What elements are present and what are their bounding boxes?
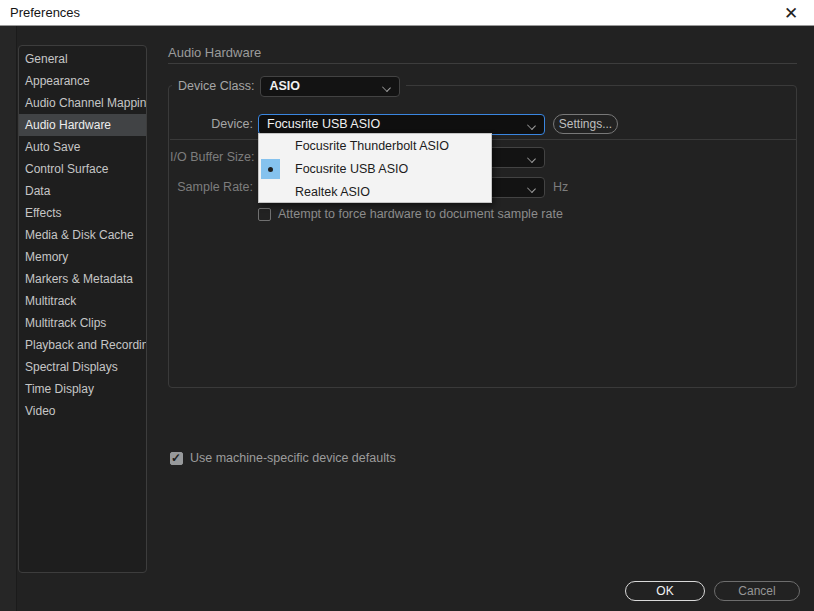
sidebar-item-label: Audio Hardware [25,118,111,132]
chevron-down-icon [528,185,535,192]
bullet-icon [268,167,273,172]
dialog-title: Preferences [10,5,80,20]
sidebar-item[interactable]: Audio Channel Mapping [19,92,146,114]
io-buffer-size-label: I/O Buffer Size: [170,147,253,168]
selected-option-marker [261,182,280,202]
dialog-titlebar: Preferences ✕ [0,0,814,26]
sidebar-item[interactable]: Data [19,180,146,202]
cancel-button[interactable]: Cancel [714,581,800,601]
page-title: Audio Hardware [168,45,261,60]
sidebar-item-label: Audio Channel Mapping [25,96,147,110]
sidebar-item[interactable]: Video [19,400,146,422]
sidebar-item-label: Memory [25,250,68,264]
machine-defaults-row: ✓ Use machine-specific device defaults [170,451,396,465]
sample-rate-label: Sample Rate: [170,177,253,198]
chevron-down-icon [528,122,535,129]
sidebar-item-label: Control Surface [25,162,108,176]
sidebar-item-label: Spectral Displays [25,360,118,374]
dropdown-option[interactable]: Focusrite Thunderbolt ASIO [259,134,491,157]
sidebar-item-label: Data [25,184,50,198]
selected-option-marker [261,136,280,156]
sidebar-item[interactable]: Multitrack Clips [19,312,146,334]
device-value: Focusrite USB ASIO [267,117,380,131]
close-icon[interactable]: ✕ [778,0,804,26]
sidebar-item-label: Appearance [25,74,90,88]
sidebar-item[interactable]: Memory [19,246,146,268]
machine-defaults-label: Use machine-specific device defaults [190,451,396,465]
sidebar-item[interactable]: Media & Disk Cache [19,224,146,246]
header-divider [168,63,797,64]
sample-rate-unit: Hz [553,177,568,198]
sidebar-item[interactable]: Multitrack [19,290,146,312]
device-dropdown-popup: Focusrite Thunderbolt ASIO Focusrite USB… [258,133,492,203]
sidebar-item[interactable]: Auto Save [19,136,146,158]
force-sample-rate-row: ✓ Attempt to force hardware to document … [258,207,563,221]
sidebar-item[interactable]: Audio Hardware [19,114,146,136]
device-select[interactable]: Focusrite USB ASIO [258,114,545,135]
sidebar-item-label: Multitrack Clips [25,316,106,330]
preferences-category-list: General Appearance Audio Channel Mapping… [18,45,147,573]
device-class-select[interactable]: ASIO [260,76,400,97]
sidebar-item-label: Markers & Metadata [25,272,133,286]
selected-option-marker [261,159,280,179]
sidebar-item-label: Multitrack [25,294,76,308]
force-sample-rate-label: Attempt to force hardware to document sa… [278,207,563,221]
device-label: Device: [170,114,253,135]
sidebar-item[interactable]: Time Display [19,378,146,400]
dropdown-option[interactable]: Realtek ASIO [259,180,491,203]
sidebar-item[interactable]: General [19,48,146,70]
settings-button[interactable]: Settings... [553,114,618,134]
device-class-value: ASIO [269,79,300,93]
sidebar-item-label: General [25,52,68,66]
dropdown-option[interactable]: Focusrite USB ASIO [259,157,491,180]
sidebar-item[interactable]: Markers & Metadata [19,268,146,290]
check-icon: ✓ [171,451,181,465]
sidebar-item-label: Effects [25,206,61,220]
background-app-sliver [0,26,17,611]
sidebar-item-label: Playback and Recording [25,338,147,352]
sidebar-item-label: Auto Save [25,140,80,154]
machine-defaults-checkbox[interactable]: ✓ [170,452,183,465]
sidebar-item[interactable]: Effects [19,202,146,224]
dropdown-option-label: Focusrite Thunderbolt ASIO [295,139,449,153]
sidebar-item[interactable]: Spectral Displays [19,356,146,378]
chevron-down-icon [528,155,535,162]
sidebar-item-label: Time Display [25,382,94,396]
force-sample-rate-checkbox[interactable]: ✓ [258,208,271,221]
sidebar-item[interactable]: Appearance [19,70,146,92]
device-class-row: Device Class: ASIO [172,75,406,97]
dropdown-option-label: Focusrite USB ASIO [295,162,408,176]
sidebar-item-label: Video [25,404,55,418]
chevron-down-icon [383,84,390,91]
device-class-label: Device Class: [178,79,254,93]
dropdown-option-label: Realtek ASIO [295,185,370,199]
sidebar-item[interactable]: Control Surface [19,158,146,180]
sidebar-item-label: Media & Disk Cache [25,228,134,242]
sidebar-item[interactable]: Playback and Recording [19,334,146,356]
ok-button[interactable]: OK [625,581,705,601]
